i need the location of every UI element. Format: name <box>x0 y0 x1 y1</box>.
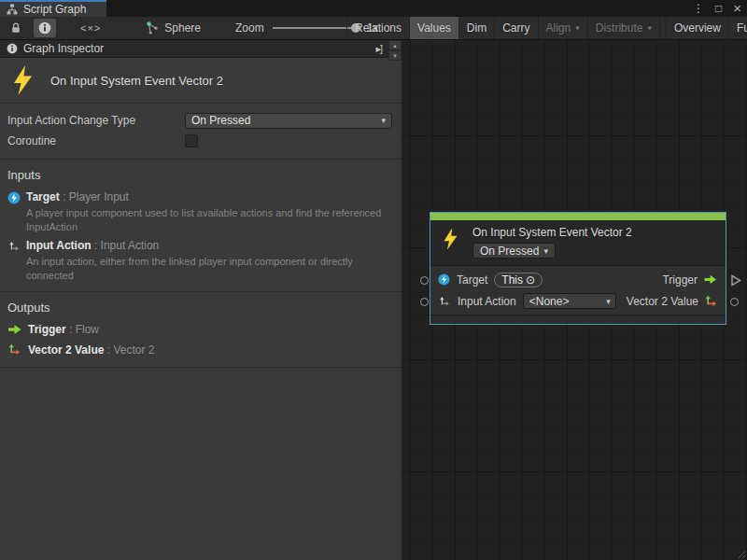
tab-bar: Script Graph ⋮ □ × <box>0 0 747 17</box>
scroll-up-button[interactable]: ▲ <box>388 40 402 50</box>
distribute-label: Distribute <box>596 21 643 35</box>
unity-script-graph-window: { "tab": { "label": "Script Graph" }, "i… <box>0 0 747 560</box>
target-value: This <box>501 273 523 287</box>
graph-owner-label: Sphere <box>164 21 201 35</box>
values-button[interactable]: Values <box>410 17 459 39</box>
zoom-slider[interactable] <box>273 27 359 29</box>
target-port-label: Target <box>457 273 487 287</box>
fullscreen-label: Full Screen <box>737 21 747 35</box>
port-description: A player input component used to list av… <box>26 206 392 233</box>
node-title: On Input System Event Vector 2 <box>472 226 632 239</box>
dim-button[interactable]: Dim <box>459 17 495 39</box>
port-entry-input-action: Input Action : Input Action An input act… <box>7 239 394 282</box>
port-entry-trigger: Trigger : Flow <box>7 323 394 336</box>
event-bolt-icon <box>12 65 34 95</box>
overview-label: Overview <box>674 21 721 35</box>
node-mode-dropdown[interactable]: On Pressed ▾ <box>472 243 556 259</box>
info-icon <box>38 21 51 35</box>
graph-canvas[interactable]: On Input System Event Vector 2 On Presse… <box>402 40 747 560</box>
lock-button[interactable] <box>5 19 27 37</box>
port-type: Input Action <box>101 239 160 252</box>
relations-label: Relations <box>355 21 402 35</box>
target-input-port[interactable] <box>420 276 429 285</box>
vector2-port-label: Vector 2 Value <box>627 295 698 308</box>
this-target-chip[interactable]: This ⊙ <box>494 273 543 287</box>
vector2-icon <box>704 294 718 308</box>
inspector-toggle-button[interactable] <box>34 19 56 37</box>
trigger-port-label: Trigger <box>662 273 698 287</box>
input-action-dropdown[interactable]: <None> ▾ <box>523 293 616 309</box>
input-action-input-port[interactable] <box>420 298 429 306</box>
toolbar-left-group: <×> Sphere Zoom 1x <box>0 17 378 39</box>
vector2-output-port[interactable] <box>730 298 739 306</box>
dock-inspector-icon[interactable]: ▸] <box>375 43 382 55</box>
values-label: Values <box>417 21 451 35</box>
node-header: On Input System Event Vector 2 On Presse… <box>430 220 726 265</box>
distribute-button[interactable]: Distribute ▾ <box>588 17 660 39</box>
carry-label: Carry <box>502 21 529 35</box>
node-event-stripe <box>430 213 726 220</box>
port-name: Input Action <box>26 239 92 252</box>
graph-hierarchy-icon <box>7 4 18 15</box>
colon: : <box>60 190 69 203</box>
outputs-section: Outputs Trigger : Flow <box>0 292 402 368</box>
inspector-header-title: Graph Inspector <box>23 42 104 55</box>
graph-inspector-panel: ▲ ▼ Graph Inspector ▸] On Input System E… <box>0 40 402 560</box>
colon: : <box>92 239 101 252</box>
align-label: Align <box>546 21 571 35</box>
change-type-value: On Pressed <box>191 114 250 127</box>
coroutine-label: Coroutine <box>7 134 185 147</box>
graph-owner-icon <box>146 21 159 35</box>
relations-button[interactable]: Relations <box>346 17 410 39</box>
graph-owner-button[interactable]: Sphere <box>146 21 201 35</box>
port-description: An input action, either from the linked … <box>26 255 392 282</box>
carry-button[interactable]: Carry <box>495 17 538 39</box>
change-type-dropdown[interactable]: On Pressed ▾ <box>185 113 392 129</box>
trigger-output-port[interactable] <box>730 274 741 287</box>
maximize-icon[interactable]: □ <box>715 1 722 16</box>
window-menu-icon[interactable]: ⋮ <box>693 1 704 16</box>
overview-button[interactable]: Overview <box>666 17 729 39</box>
input-action-icon <box>438 295 451 308</box>
code-view-button[interactable]: <×> <box>76 19 106 37</box>
window-controls: ⋮ □ × <box>693 1 741 16</box>
colon: : <box>104 343 113 357</box>
node-body: Target This ⊙ Trigger <box>430 265 726 315</box>
inspector-scrollbar: ▲ ▼ <box>388 40 402 61</box>
window-resize-grip[interactable] <box>738 551 746 559</box>
coroutine-field: Coroutine <box>7 133 394 149</box>
fullscreen-button[interactable]: Full Screen <box>729 17 747 39</box>
chevron-down-icon: ▾ <box>543 246 548 256</box>
coroutine-checkbox[interactable] <box>185 134 198 147</box>
node-footer <box>430 315 726 324</box>
change-type-label: Input Action Change Type <box>7 114 185 127</box>
scroll-down-button[interactable]: ▼ <box>388 50 402 61</box>
flow-arrow-icon <box>7 323 28 336</box>
port-name: Vector 2 Value <box>28 343 104 357</box>
info-icon <box>7 43 18 54</box>
outputs-heading: Outputs <box>7 301 394 315</box>
port-name: Trigger <box>28 323 66 336</box>
align-button[interactable]: Align ▾ <box>539 17 588 39</box>
input-action-port-label: Input Action <box>458 295 516 308</box>
event-bolt-icon <box>443 228 458 259</box>
tab-label: Script Graph <box>23 3 86 16</box>
close-icon[interactable]: × <box>733 1 741 16</box>
vector2-icon <box>7 343 28 357</box>
port-type: Player Input <box>69 190 129 203</box>
chevron-down-icon: ▾ <box>647 23 652 33</box>
change-type-field: Input Action Change Type On Pressed ▾ <box>7 112 394 129</box>
port-entry-vector2-value: Vector 2 Value : Vector 2 <box>7 343 394 357</box>
event-node[interactable]: On Input System Event Vector 2 On Presse… <box>430 213 726 324</box>
input-action-icon <box>7 239 26 282</box>
player-input-icon <box>7 190 26 233</box>
target-port-row: Target This ⊙ Trigger <box>430 269 726 290</box>
inputs-heading: Inputs <box>7 168 394 182</box>
inspector-node-title: On Input System Event Vector 2 <box>50 74 223 88</box>
lock-icon <box>9 21 22 35</box>
colon: : <box>66 323 76 336</box>
inspector-fields: Input Action Change Type On Pressed ▾ Co… <box>0 104 402 160</box>
tab-script-graph[interactable]: Script Graph <box>0 0 106 17</box>
graph-toolbar: <×> Sphere Zoom 1x Relations <box>0 17 747 40</box>
chevron-down-icon: ▾ <box>381 116 386 125</box>
